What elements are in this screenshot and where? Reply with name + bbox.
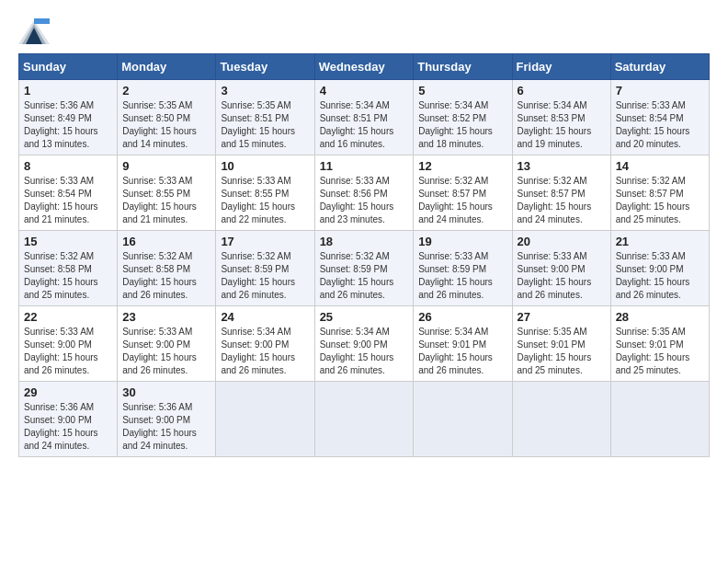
day-number: 7 <box>616 84 704 98</box>
daylight-label: Daylight: 15 hours and 14 minutes. <box>122 126 197 149</box>
svg-marker-3 <box>34 18 50 24</box>
daylight-label: Daylight: 15 hours and 19 minutes. <box>518 126 592 149</box>
calendar-day-26: 26 Sunrise: 5:34 AM Sunset: 9:01 PM Dayl… <box>414 306 512 382</box>
calendar-day-2: 2 Sunrise: 5:35 AM Sunset: 8:50 PM Dayli… <box>118 80 216 155</box>
daylight-label: Daylight: 15 hours and 25 minutes. <box>616 201 690 224</box>
day-number: 20 <box>518 235 606 248</box>
day-info: Sunrise: 5:33 AM Sunset: 8:54 PM Dayligh… <box>616 99 704 151</box>
sunset-label: Sunset: 8:49 PM <box>24 113 92 123</box>
sunset-label: Sunset: 9:00 PM <box>221 339 289 350</box>
sunrise-label: Sunrise: 5:34 AM <box>418 327 488 337</box>
daylight-label: Daylight: 15 hours and 22 minutes. <box>221 201 295 224</box>
day-number: 3 <box>221 84 309 98</box>
empty-cell <box>414 382 512 457</box>
day-info: Sunrise: 5:34 AM Sunset: 8:51 PM Dayligh… <box>320 99 409 151</box>
sunset-label: Sunset: 8:57 PM <box>616 189 684 199</box>
calendar-table: SundayMondayTuesdayWednesdayThursdayFrid… <box>18 53 710 457</box>
sunrise-label: Sunrise: 5:32 AM <box>616 176 686 186</box>
calendar-day-29: 29 Sunrise: 5:36 AM Sunset: 9:00 PM Dayl… <box>19 382 118 457</box>
calendar-week-4: 22 Sunrise: 5:33 AM Sunset: 9:00 PM Dayl… <box>19 306 710 382</box>
calendar-day-28: 28 Sunrise: 5:35 AM Sunset: 9:01 PM Dayl… <box>610 306 709 382</box>
sunrise-label: Sunrise: 5:33 AM <box>24 327 94 337</box>
day-number: 30 <box>122 385 210 399</box>
sunrise-label: Sunrise: 5:32 AM <box>320 251 390 261</box>
weekday-header-wednesday: Wednesday <box>314 54 414 80</box>
daylight-label: Daylight: 15 hours and 18 minutes. <box>418 126 493 149</box>
logo <box>18 18 50 44</box>
calendar-day-4: 4 Sunrise: 5:34 AM Sunset: 8:51 PM Dayli… <box>314 80 414 155</box>
day-number: 28 <box>616 310 704 324</box>
daylight-label: Daylight: 15 hours and 25 minutes. <box>24 277 98 300</box>
sunset-label: Sunset: 9:00 PM <box>122 415 190 425</box>
daylight-label: Daylight: 15 hours and 26 minutes. <box>418 277 493 300</box>
calendar-week-3: 15 Sunrise: 5:32 AM Sunset: 8:58 PM Dayl… <box>19 231 710 306</box>
daylight-label: Daylight: 15 hours and 25 minutes. <box>518 352 592 375</box>
sunset-label: Sunset: 9:00 PM <box>122 339 190 350</box>
day-info: Sunrise: 5:32 AM Sunset: 8:57 PM Dayligh… <box>616 175 704 226</box>
sunrise-label: Sunrise: 5:32 AM <box>221 251 290 261</box>
daylight-label: Daylight: 15 hours and 13 minutes. <box>24 126 98 149</box>
day-number: 14 <box>616 159 704 173</box>
calendar-day-25: 25 Sunrise: 5:34 AM Sunset: 9:00 PM Dayl… <box>314 306 414 382</box>
sunrise-label: Sunrise: 5:35 AM <box>616 327 686 337</box>
day-info: Sunrise: 5:33 AM Sunset: 8:55 PM Dayligh… <box>122 175 210 226</box>
day-number: 18 <box>320 235 409 248</box>
calendar-day-20: 20 Sunrise: 5:33 AM Sunset: 9:00 PM Dayl… <box>512 231 610 306</box>
day-number: 6 <box>518 84 606 98</box>
sunrise-label: Sunrise: 5:35 AM <box>518 327 587 337</box>
weekday-header-tuesday: Tuesday <box>216 54 314 80</box>
sunset-label: Sunset: 9:01 PM <box>616 339 684 350</box>
calendar-day-19: 19 Sunrise: 5:33 AM Sunset: 8:59 PM Dayl… <box>414 231 512 306</box>
calendar-day-17: 17 Sunrise: 5:32 AM Sunset: 8:59 PM Dayl… <box>216 231 314 306</box>
daylight-label: Daylight: 15 hours and 26 minutes. <box>122 277 197 300</box>
day-info: Sunrise: 5:33 AM Sunset: 8:56 PM Dayligh… <box>320 175 409 226</box>
daylight-label: Daylight: 15 hours and 26 minutes. <box>518 277 592 300</box>
empty-cell <box>216 382 314 457</box>
daylight-label: Daylight: 15 hours and 26 minutes. <box>418 352 493 375</box>
calendar-day-21: 21 Sunrise: 5:33 AM Sunset: 9:00 PM Dayl… <box>610 231 709 306</box>
calendar-day-24: 24 Sunrise: 5:34 AM Sunset: 9:00 PM Dayl… <box>216 306 314 382</box>
day-number: 13 <box>518 159 606 173</box>
calendar-day-9: 9 Sunrise: 5:33 AM Sunset: 8:55 PM Dayli… <box>118 155 216 231</box>
logo-icon <box>18 18 46 44</box>
sunset-label: Sunset: 8:53 PM <box>518 113 586 123</box>
calendar-week-2: 8 Sunrise: 5:33 AM Sunset: 8:54 PM Dayli… <box>19 155 710 231</box>
day-info: Sunrise: 5:32 AM Sunset: 8:57 PM Dayligh… <box>518 175 606 226</box>
calendar-day-8: 8 Sunrise: 5:33 AM Sunset: 8:54 PM Dayli… <box>19 155 118 231</box>
day-number: 2 <box>122 84 210 98</box>
sunrise-label: Sunrise: 5:34 AM <box>221 327 290 337</box>
day-number: 1 <box>24 84 112 98</box>
sunrise-label: Sunrise: 5:33 AM <box>122 327 192 337</box>
weekday-header-monday: Monday <box>118 54 216 80</box>
daylight-label: Daylight: 15 hours and 20 minutes. <box>616 126 690 149</box>
day-info: Sunrise: 5:32 AM Sunset: 8:58 PM Dayligh… <box>24 250 112 302</box>
sunrise-label: Sunrise: 5:34 AM <box>320 100 390 110</box>
day-number: 19 <box>418 235 506 248</box>
day-number: 22 <box>24 310 112 324</box>
sunrise-label: Sunrise: 5:32 AM <box>418 176 488 186</box>
weekday-header-friday: Friday <box>512 54 610 80</box>
sunset-label: Sunset: 8:58 PM <box>24 264 92 274</box>
day-number: 16 <box>122 235 210 248</box>
day-info: Sunrise: 5:34 AM Sunset: 9:00 PM Dayligh… <box>320 326 409 377</box>
sunset-label: Sunset: 8:56 PM <box>320 189 388 199</box>
daylight-label: Daylight: 15 hours and 21 minutes. <box>24 201 98 224</box>
weekday-header-saturday: Saturday <box>610 54 709 80</box>
calendar-day-10: 10 Sunrise: 5:33 AM Sunset: 8:55 PM Dayl… <box>216 155 314 231</box>
sunrise-label: Sunrise: 5:32 AM <box>122 251 192 261</box>
day-info: Sunrise: 5:34 AM Sunset: 9:01 PM Dayligh… <box>418 326 506 377</box>
calendar-day-1: 1 Sunrise: 5:36 AM Sunset: 8:49 PM Dayli… <box>19 80 118 155</box>
calendar-day-11: 11 Sunrise: 5:33 AM Sunset: 8:56 PM Dayl… <box>314 155 414 231</box>
day-info: Sunrise: 5:32 AM Sunset: 8:58 PM Dayligh… <box>122 250 210 302</box>
day-number: 9 <box>122 159 210 173</box>
calendar-day-14: 14 Sunrise: 5:32 AM Sunset: 8:57 PM Dayl… <box>610 155 709 231</box>
sunset-label: Sunset: 9:00 PM <box>616 264 684 274</box>
day-number: 8 <box>24 159 112 173</box>
sunset-label: Sunset: 8:57 PM <box>518 189 586 199</box>
sunset-label: Sunset: 8:59 PM <box>221 264 289 274</box>
daylight-label: Daylight: 15 hours and 24 minutes. <box>418 201 493 224</box>
daylight-label: Daylight: 15 hours and 26 minutes. <box>221 277 295 300</box>
sunrise-label: Sunrise: 5:33 AM <box>221 176 290 186</box>
daylight-label: Daylight: 15 hours and 26 minutes. <box>616 277 690 300</box>
daylight-label: Daylight: 15 hours and 15 minutes. <box>221 126 295 149</box>
